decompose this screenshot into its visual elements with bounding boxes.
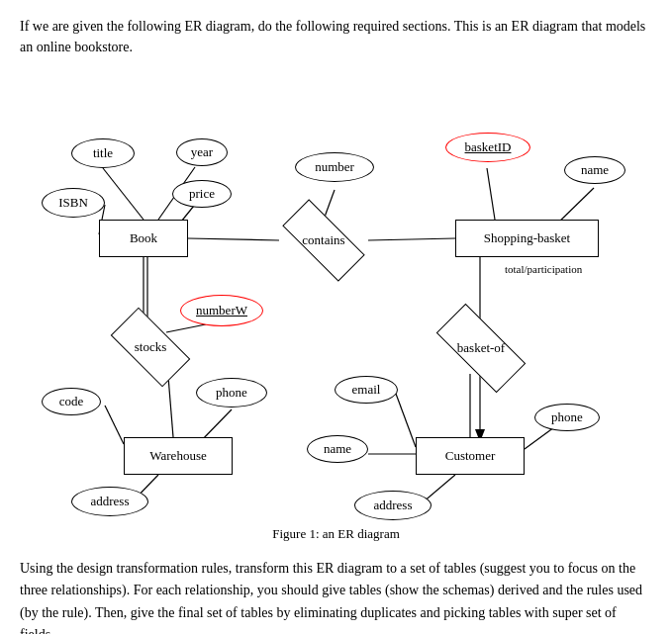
attr-phone-warehouse-label: phone — [216, 385, 247, 401]
entity-book: Book — [99, 220, 188, 257]
attr-address-warehouse-label: address — [91, 494, 130, 509]
total-participation-label: total/participation — [505, 263, 582, 275]
entity-book-label: Book — [130, 230, 157, 246]
svg-line-13 — [105, 406, 124, 444]
relationship-basket-of-label: basket-of — [457, 340, 505, 356]
figure-caption: Figure 1: an ER diagram — [20, 526, 652, 542]
attr-price-label: price — [189, 186, 215, 202]
er-diagram: Book Shopping-basket Warehouse Customer … — [20, 73, 653, 518]
entity-shopping-basket-label: Shopping-basket — [484, 230, 570, 246]
attr-number: number — [295, 152, 374, 182]
bottom-section: Using the design transformation rules, t… — [20, 558, 652, 634]
attr-phone-warehouse: phone — [196, 378, 267, 408]
bottom-paragraph: Using the design transformation rules, t… — [20, 558, 652, 634]
attr-price: price — [172, 180, 232, 208]
attr-phone-customer: phone — [534, 404, 600, 431]
intro-paragraph: If we are given the following ER diagram… — [20, 16, 652, 57]
attr-code-label: code — [59, 394, 84, 409]
attr-code: code — [42, 388, 101, 415]
attr-isbn: ISBN — [42, 188, 105, 218]
attr-number-label: number — [315, 159, 354, 175]
entity-customer-label: Customer — [445, 448, 496, 464]
svg-line-4 — [188, 238, 279, 240]
attr-name-basket: name — [564, 156, 625, 184]
entity-warehouse-label: Warehouse — [149, 448, 206, 464]
svg-line-19 — [525, 427, 554, 449]
attr-numberW: numberW — [180, 295, 263, 326]
entity-customer: Customer — [416, 437, 525, 475]
relationship-contains-label: contains — [302, 232, 344, 248]
svg-line-18 — [396, 394, 416, 447]
attr-email: email — [335, 376, 398, 404]
attr-numberW-label: numberW — [196, 303, 247, 318]
relationship-stocks-label: stocks — [135, 339, 167, 355]
attr-address-customer-label: address — [374, 498, 413, 513]
svg-line-6 — [487, 168, 495, 220]
attr-basketid: basketID — [445, 133, 530, 162]
attr-title-label: title — [93, 145, 113, 161]
relationship-basket-of: basket-of — [433, 325, 528, 371]
attr-name-basket-label: name — [581, 162, 609, 178]
entity-shopping-basket: Shopping-basket — [455, 220, 599, 257]
attr-phone-customer-label: phone — [551, 409, 583, 425]
attr-address-warehouse: address — [71, 487, 148, 516]
entity-warehouse: Warehouse — [124, 437, 233, 475]
attr-year: year — [176, 138, 228, 166]
attr-address-customer: address — [354, 491, 432, 520]
attr-basketid-label: basketID — [465, 139, 512, 155]
svg-line-5 — [368, 238, 455, 240]
attr-isbn-label: ISBN — [58, 195, 88, 211]
attr-email-label: email — [352, 382, 381, 398]
relationship-contains: contains — [279, 220, 368, 261]
attr-year-label: year — [191, 144, 213, 160]
relationship-stocks: stocks — [109, 325, 192, 369]
attr-name-customer-label: name — [324, 441, 351, 457]
attr-title: title — [71, 138, 135, 168]
svg-line-0 — [103, 168, 144, 220]
attr-name-customer: name — [307, 435, 368, 463]
